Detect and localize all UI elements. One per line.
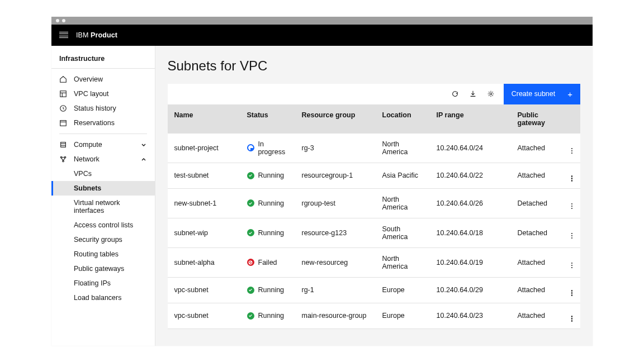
th-name[interactable]: Name bbox=[168, 104, 242, 134]
cell-resource-group: new-resourceg bbox=[296, 252, 377, 273]
chevron-down-icon bbox=[140, 141, 147, 148]
cell-resource-group: main-resource-group bbox=[296, 305, 377, 326]
cell-status: Running bbox=[242, 279, 296, 301]
overflow-menu-icon[interactable] bbox=[571, 310, 573, 319]
sidebar-item-subnets[interactable]: Subnets bbox=[51, 181, 155, 196]
table-row[interactable]: vpc-subnetRunningmain-resource-groupEuro… bbox=[168, 303, 581, 329]
th-ip-range[interactable]: IP range bbox=[431, 104, 512, 134]
cell-status: Running bbox=[242, 193, 296, 214]
table-row[interactable]: subnet-wipRunningresource-g123South Amer… bbox=[168, 218, 581, 248]
sidebar-heading: Infrastructure bbox=[51, 55, 155, 69]
cell-resource-group: resource-g123 bbox=[296, 222, 377, 244]
cell-ip-range: 10.240.64.0/23 bbox=[431, 305, 512, 326]
overflow-menu-icon[interactable] bbox=[571, 197, 573, 206]
cell-actions bbox=[566, 303, 581, 328]
sidebar-item-label: Network bbox=[74, 155, 100, 163]
cell-ip-range: 10.240.64.0/29 bbox=[431, 279, 512, 301]
status-running-icon bbox=[247, 199, 254, 207]
cell-status: Running bbox=[242, 305, 296, 326]
svg-rect-6 bbox=[61, 142, 66, 147]
network-icon bbox=[59, 155, 67, 163]
status-text: Running bbox=[258, 172, 285, 179]
status-inprogress-icon bbox=[247, 144, 254, 151]
table-row[interactable]: subnet-projectIn progressrg-3North Ameri… bbox=[168, 134, 581, 163]
cell-status: Running bbox=[242, 165, 296, 186]
cell-actions bbox=[566, 163, 581, 188]
global-header: IBM Product bbox=[51, 25, 593, 46]
status-running-icon bbox=[247, 172, 254, 179]
th-resource-group[interactable]: Resource group bbox=[296, 104, 377, 134]
sidebar: Infrastructure Overview VPC layout Statu… bbox=[51, 46, 155, 346]
traffic-light-dot[interactable] bbox=[56, 19, 59, 22]
table-row[interactable]: vpc-subnetRunningrg-1Europe10.240.64.0/2… bbox=[168, 278, 581, 303]
cell-public-gateway: Detached bbox=[512, 222, 566, 244]
table-row[interactable]: test-subnetRunningresourcegroup-1Asia Pa… bbox=[168, 163, 581, 189]
menu-icon[interactable] bbox=[59, 32, 68, 39]
th-public-gateway[interactable]: Public gateway bbox=[512, 104, 566, 134]
cell-location: North America bbox=[377, 189, 431, 218]
cell-public-gateway: Attached bbox=[512, 137, 566, 159]
table-row[interactable]: new-subnet-1Runningrgroup-testNorth Amer… bbox=[168, 189, 581, 218]
sidebar-item-overview[interactable]: Overview bbox=[51, 72, 155, 87]
status-text: Running bbox=[258, 199, 285, 207]
cell-name: test-subnet bbox=[168, 165, 242, 186]
status-failed-icon bbox=[247, 259, 254, 266]
cell-ip-range: 10.240.64.0/19 bbox=[431, 252, 512, 273]
cell-public-gateway: Detached bbox=[512, 193, 566, 214]
cell-location: North America bbox=[377, 248, 431, 277]
sidebar-item-security-groups[interactable]: Security groups bbox=[51, 232, 155, 247]
sidebar-item-acl[interactable]: Access control lists bbox=[51, 218, 155, 232]
cell-resource-group: resourcegroup-1 bbox=[296, 165, 377, 186]
sidebar-item-reservations[interactable]: Reservations bbox=[51, 116, 155, 130]
download-icon[interactable] bbox=[469, 90, 477, 98]
toolbar-spacer bbox=[168, 84, 442, 104]
brand-label: IBM Product bbox=[76, 31, 117, 39]
status-text: In progress bbox=[258, 140, 291, 156]
plus-icon: + bbox=[567, 89, 572, 99]
status-text: Running bbox=[258, 229, 285, 237]
cell-public-gateway: Attached bbox=[512, 279, 566, 301]
cell-public-gateway: Attached bbox=[512, 165, 566, 186]
sidebar-item-label: Status history bbox=[74, 104, 116, 112]
sidebar-item-load-balancers[interactable]: Load balancers bbox=[51, 290, 155, 305]
settings-icon[interactable] bbox=[487, 90, 495, 98]
table-row[interactable]: subnet-alphaFailednew-resourcegNorth Ame… bbox=[168, 248, 581, 278]
cell-actions bbox=[566, 220, 581, 245]
cell-public-gateway: Attached bbox=[512, 252, 566, 273]
overflow-menu-icon[interactable] bbox=[571, 256, 573, 265]
sidebar-group-compute[interactable]: Compute bbox=[51, 137, 155, 152]
sidebar-item-routing-tables[interactable]: Routing tables bbox=[51, 247, 155, 261]
layout-icon bbox=[59, 90, 67, 98]
overflow-menu-icon[interactable] bbox=[571, 142, 573, 151]
sidebar-network-children: VPCs Subnets Virtual network interfaces … bbox=[51, 166, 155, 305]
create-button-label: Create subnet bbox=[512, 90, 556, 98]
status-running-icon bbox=[247, 312, 254, 320]
toolbar-actions bbox=[442, 84, 504, 104]
cell-actions bbox=[566, 250, 581, 275]
refresh-icon[interactable] bbox=[451, 90, 459, 98]
sidebar-item-floating-ips[interactable]: Floating IPs bbox=[51, 276, 155, 290]
sidebar-primary-nav: Overview VPC layout Status history Reser… bbox=[51, 72, 155, 130]
svg-line-14 bbox=[249, 261, 252, 264]
sidebar-item-vpc-layout[interactable]: VPC layout bbox=[51, 87, 155, 101]
cell-location: North America bbox=[377, 134, 431, 163]
cell-status: In progress bbox=[242, 134, 296, 163]
overflow-menu-icon[interactable] bbox=[571, 170, 573, 179]
sidebar-item-status-history[interactable]: Status history bbox=[51, 101, 155, 116]
window-titlebar bbox=[51, 17, 593, 25]
create-subnet-button[interactable]: Create subnet + bbox=[504, 84, 580, 104]
cell-location: Europe bbox=[377, 279, 431, 301]
th-status[interactable]: Status bbox=[242, 104, 296, 134]
sidebar-item-vpcs[interactable]: VPCs bbox=[51, 166, 155, 181]
cell-location: Europe bbox=[377, 305, 431, 326]
traffic-light-dot[interactable] bbox=[62, 19, 65, 22]
cell-resource-group: rg-3 bbox=[296, 137, 377, 159]
overflow-menu-icon[interactable] bbox=[571, 284, 573, 293]
sidebar-group-network[interactable]: Network bbox=[51, 152, 155, 166]
overflow-menu-icon[interactable] bbox=[571, 227, 573, 236]
sidebar-item-vni[interactable]: Virtual network interfaces bbox=[51, 196, 155, 218]
table-toolbar: Create subnet + bbox=[168, 84, 581, 104]
th-location[interactable]: Location bbox=[377, 104, 431, 134]
sidebar-item-public-gateways[interactable]: Public gateways bbox=[51, 261, 155, 276]
status-text: Failed bbox=[258, 259, 277, 266]
